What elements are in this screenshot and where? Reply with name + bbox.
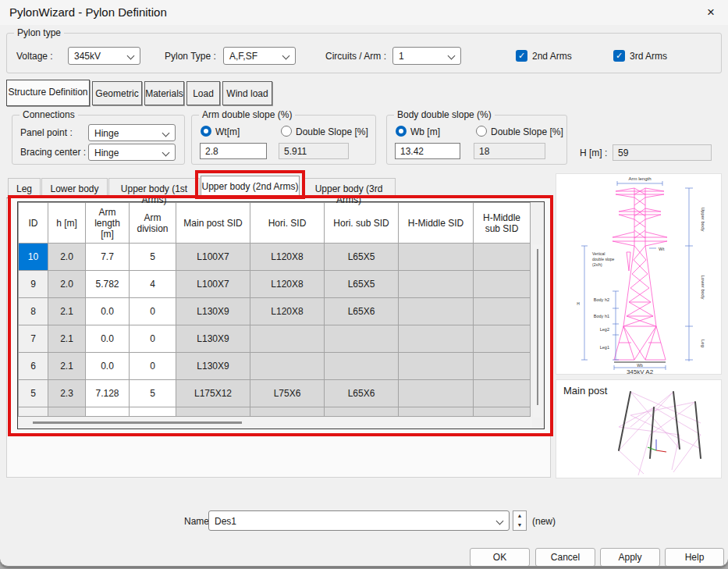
cell[interactable]: 2.0 xyxy=(48,244,86,271)
wb-radio[interactable] xyxy=(396,126,407,137)
cell-id[interactable]: 6 xyxy=(19,353,48,380)
cell[interactable] xyxy=(399,407,474,417)
cell[interactable]: 0.0 xyxy=(86,353,130,380)
spinner-down-icon[interactable]: ▼ xyxy=(513,521,526,530)
third-arms-checkbox[interactable]: ✓ xyxy=(613,50,625,62)
cell[interactable]: 2.1 xyxy=(48,298,86,325)
cell[interactable]: 5 xyxy=(130,244,176,271)
col-header-arm-division[interactable]: Arm division xyxy=(130,203,176,244)
cell[interactable] xyxy=(86,407,130,417)
cell[interactable]: 0.0 xyxy=(86,325,130,353)
col-header-hori-sid[interactable]: Hori. SID xyxy=(250,203,325,244)
cell[interactable]: 0 xyxy=(130,353,176,380)
cell[interactable]: L100X7 xyxy=(176,271,250,298)
col-header-h-middle-sub-sid[interactable]: H-Middle sub SID xyxy=(474,203,531,244)
cell[interactable]: L65X6 xyxy=(325,380,399,407)
cell[interactable]: L75X6 xyxy=(250,380,325,407)
cell[interactable]: L120X8 xyxy=(250,271,325,298)
table-horizontal-scrollbar[interactable] xyxy=(19,418,532,428)
cell-id[interactable]: 8 xyxy=(19,298,48,325)
subtab-upper-body-3rd[interactable]: Upper body (3rd Arms) xyxy=(302,178,396,197)
cell[interactable]: 0 xyxy=(130,325,176,353)
table-vertical-scrollbar[interactable] xyxy=(533,244,542,418)
tab-geometric[interactable]: Geometric xyxy=(92,81,142,105)
cell[interactable] xyxy=(176,407,250,417)
cell[interactable]: 5.782 xyxy=(86,271,130,298)
cell[interactable]: 2.1 xyxy=(48,353,86,380)
cell-id[interactable]: 7 xyxy=(19,325,48,353)
bracing-center-select[interactable]: Hinge xyxy=(88,144,176,161)
cell[interactable] xyxy=(399,271,474,298)
cell[interactable]: L65X6 xyxy=(325,298,399,325)
cell[interactable]: 2.3 xyxy=(48,380,86,407)
col-header-h-middle-sid[interactable]: H-Middle SID xyxy=(399,203,474,244)
cell[interactable] xyxy=(48,407,86,417)
cell[interactable] xyxy=(325,325,399,353)
tab-structure-definition[interactable]: Structure Definition xyxy=(6,80,90,106)
col-header-hori-sub-sid[interactable]: Hori. sub SID xyxy=(325,203,399,244)
close-icon[interactable]: × xyxy=(700,2,722,23)
apply-button[interactable]: Apply xyxy=(600,548,660,567)
col-header-main-post-sid[interactable]: Main post SID xyxy=(176,203,250,244)
cell[interactable]: 5 xyxy=(130,380,176,407)
cell[interactable]: L65X5 xyxy=(325,271,399,298)
body-double-slope-radio[interactable] xyxy=(476,126,487,137)
cell[interactable] xyxy=(399,353,474,380)
cell-id[interactable]: 9 xyxy=(19,271,48,298)
vscroll-thumb[interactable] xyxy=(537,249,538,405)
cell[interactable]: 2.0 xyxy=(48,271,86,298)
cell[interactable]: L130X9 xyxy=(176,325,250,353)
cell[interactable]: 0 xyxy=(130,298,176,325)
wt-input[interactable]: 2.8 xyxy=(200,143,267,159)
cell[interactable] xyxy=(325,407,399,417)
col-header-id[interactable]: ID xyxy=(19,203,48,244)
cell[interactable] xyxy=(474,271,531,298)
cell[interactable]: 2.1 xyxy=(48,325,86,353)
second-arms-checkbox[interactable]: ✓ xyxy=(516,50,527,62)
tab-materials[interactable]: Materials xyxy=(144,81,184,105)
cell[interactable]: 4 xyxy=(130,271,176,298)
cell[interactable] xyxy=(474,380,531,407)
cell[interactable]: L175X12 xyxy=(176,380,250,407)
cell[interactable] xyxy=(250,407,325,417)
circuits-select[interactable]: 1 xyxy=(392,47,461,65)
cell[interactable] xyxy=(474,244,531,271)
subtab-upper-body-2nd[interactable]: Upper body (2nd Arms) xyxy=(201,176,300,198)
cell-id[interactable] xyxy=(19,407,48,417)
help-button[interactable]: Help xyxy=(665,548,724,567)
cell[interactable]: 0.0 xyxy=(86,298,130,325)
cell[interactable]: L120X8 xyxy=(250,244,325,271)
cell[interactable] xyxy=(250,325,325,353)
cell[interactable] xyxy=(130,407,176,417)
cell-id[interactable]: 5 xyxy=(19,380,48,407)
cell[interactable] xyxy=(474,407,531,417)
cell-id-selected[interactable]: 10 xyxy=(19,244,48,271)
cancel-button[interactable]: Cancel xyxy=(535,548,595,567)
wt-radio[interactable] xyxy=(201,126,211,137)
cell[interactable] xyxy=(399,380,474,407)
wb-input[interactable]: 13.42 xyxy=(395,143,460,159)
cell[interactable]: 7.128 xyxy=(86,380,130,407)
col-header-h[interactable]: h [m] xyxy=(48,203,86,244)
cell[interactable]: 7.7 xyxy=(86,244,130,271)
cell[interactable] xyxy=(250,353,325,380)
cell[interactable] xyxy=(474,325,531,353)
pylon-type-select[interactable]: A,F,SF xyxy=(223,47,296,65)
cell[interactable]: L130X9 xyxy=(176,353,250,380)
subtab-upper-body-1st[interactable]: Upper body (1st Arms) xyxy=(108,178,200,197)
cell[interactable] xyxy=(399,244,474,271)
cell[interactable] xyxy=(474,298,531,325)
ok-button[interactable]: OK xyxy=(470,548,530,567)
cell[interactable]: L130X9 xyxy=(176,298,250,325)
cell[interactable] xyxy=(474,353,531,380)
cell[interactable]: L100X7 xyxy=(176,244,250,271)
cell[interactable]: L65X5 xyxy=(325,244,399,271)
col-header-arm-length[interactable]: Arm length [m] xyxy=(86,203,130,244)
tab-load[interactable]: Load xyxy=(186,81,220,105)
cell[interactable]: L120X8 xyxy=(250,298,325,325)
name-combo[interactable]: Des1 xyxy=(208,510,510,531)
spinner-up-icon[interactable]: ▲ xyxy=(513,511,526,521)
panel-point-select[interactable]: Hinge xyxy=(88,124,176,141)
subtab-leg[interactable]: Leg xyxy=(8,178,41,197)
cell[interactable] xyxy=(325,353,399,380)
